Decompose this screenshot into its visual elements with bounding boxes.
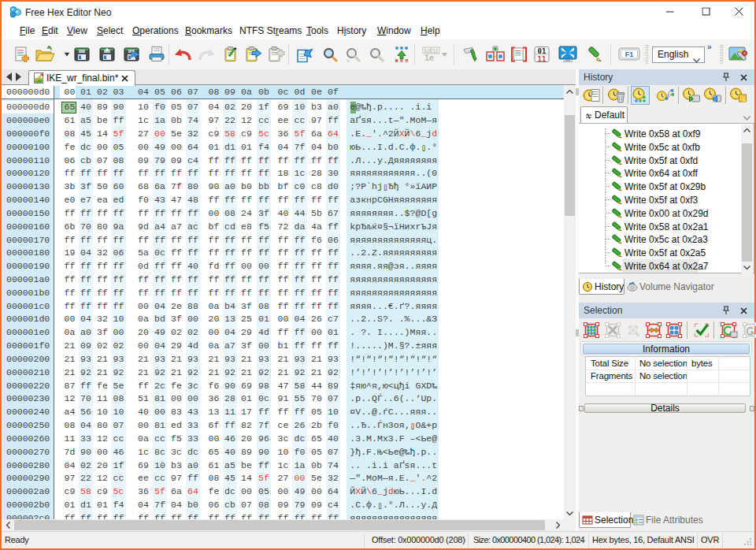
hex-byte[interactable]: ed	[171, 420, 182, 430]
ascii-char[interactable]: я	[377, 168, 383, 178]
hex-byte[interactable]: ff	[311, 195, 322, 205]
hex-byte[interactable]: ff	[328, 195, 339, 205]
ascii-char[interactable]: .	[410, 340, 416, 351]
hex-byte[interactable]: 70	[80, 221, 91, 232]
ascii-char[interactable]: я	[415, 407, 421, 417]
hex-byte[interactable]: 90	[258, 447, 269, 457]
ascii-char[interactable]: ’	[432, 367, 437, 377]
hex-byte[interactable]: 09	[171, 155, 182, 165]
hex-byte[interactable]: ff	[295, 195, 306, 205]
hex-byte[interactable]: 12	[97, 433, 108, 444]
hex-byte[interactable]: ff	[311, 274, 322, 284]
hex-byte[interactable]: 01	[258, 314, 269, 324]
hex-byte[interactable]: 08	[65, 420, 76, 430]
hex-byte[interactable]: 19	[65, 247, 76, 258]
hex-byte[interactable]: 0a	[209, 301, 220, 311]
hex-byte[interactable]: 92	[295, 367, 306, 377]
hex-byte[interactable]: fe	[65, 142, 76, 152]
ascii-char[interactable]: Ъ	[421, 221, 426, 232]
hex-byte[interactable]: 04	[278, 142, 289, 152]
hex-byte[interactable]: ff	[113, 168, 124, 178]
ascii-char[interactable]: !	[415, 354, 421, 364]
hex-byte[interactable]: ff	[113, 115, 124, 125]
ascii-char[interactable]: 3	[355, 433, 361, 444]
hex-byte[interactable]: 21	[241, 367, 252, 377]
hex-byte[interactable]: 1c	[278, 460, 289, 470]
save-as-button[interactable]: *	[96, 43, 118, 65]
menu-window[interactable]: Window	[373, 24, 415, 38]
hex-byte[interactable]: 65	[311, 433, 322, 444]
hex-byte[interactable]: c9	[241, 128, 252, 139]
ascii-char[interactable]: ‡	[350, 381, 355, 391]
ascii-char[interactable]: <	[383, 447, 388, 457]
ascii-char[interactable]: @	[399, 447, 405, 457]
hex-byte[interactable]: 00	[138, 340, 149, 351]
hex-byte[interactable]: ff	[80, 381, 91, 391]
ascii-char[interactable]: .	[426, 500, 432, 510]
ascii-char[interactable]: я	[355, 235, 361, 245]
hex-byte[interactable]: 6a	[311, 128, 322, 139]
hex-byte[interactable]: 10	[328, 407, 339, 417]
ascii-char[interactable]: ^	[366, 381, 372, 391]
ascii-char[interactable]: я	[410, 155, 416, 165]
hex-byte[interactable]: ff	[278, 513, 289, 519]
ascii-char[interactable]: E	[399, 473, 405, 483]
hex-byte[interactable]: 29	[171, 340, 182, 351]
ascii-char[interactable]	[405, 102, 410, 112]
ascii-char[interactable]: я	[399, 274, 405, 284]
hex-byte[interactable]: bb	[258, 181, 269, 191]
hex-byte[interactable]: ff	[278, 407, 289, 417]
ascii-char[interactable]: я	[426, 274, 432, 284]
hex-byte[interactable]: 04	[80, 314, 91, 324]
ascii-char[interactable]: €	[388, 301, 394, 311]
hex-byte[interactable]: ff	[224, 513, 235, 519]
selection-invert-button[interactable]	[665, 321, 684, 340]
ascii-char[interactable]: Ђ	[361, 420, 366, 430]
hex-byte[interactable]: 05	[113, 142, 124, 152]
ascii-char[interactable]: х	[410, 221, 416, 232]
ascii-char[interactable]: .	[350, 393, 355, 403]
hex-byte[interactable]: ff	[224, 235, 235, 245]
ascii-char[interactable]: я	[432, 247, 437, 258]
hex-byte[interactable]: b4	[224, 301, 235, 311]
tab-file-attributes[interactable]: File Attributes	[631, 512, 717, 528]
ascii-char[interactable]: ’	[410, 367, 416, 377]
hex-byte[interactable]: ed	[113, 195, 124, 205]
ascii-char[interactable]: я	[421, 327, 426, 337]
ascii-char[interactable]: я	[399, 261, 405, 271]
ascii-char[interactable]: !	[426, 354, 432, 364]
ascii-char[interactable]: я	[399, 235, 405, 245]
ascii-char[interactable]: X	[399, 128, 405, 139]
ascii-char[interactable]: C	[377, 195, 383, 205]
ascii-char[interactable]: 3	[388, 420, 394, 430]
hex-byte[interactable]: 04	[295, 314, 306, 324]
ascii-char[interactable]: я	[405, 155, 410, 165]
hex-byte[interactable]: 3c	[187, 381, 198, 391]
ascii-char[interactable]: я	[388, 208, 394, 218]
ascii-char[interactable]: я	[350, 168, 355, 178]
ascii-char[interactable]: ¬	[388, 221, 394, 232]
ascii-char[interactable]: я	[410, 460, 416, 470]
ascii-char[interactable]: я	[415, 327, 421, 337]
hex-byte[interactable]: 08	[258, 301, 269, 311]
ascii-char[interactable]: ¤	[350, 407, 355, 417]
hex-byte[interactable]: ff	[209, 247, 220, 258]
ascii-char[interactable]: я	[432, 288, 437, 298]
ascii-char[interactable]: .	[394, 407, 399, 417]
hex-byte[interactable]: 10	[113, 314, 124, 324]
ascii-char[interactable]: .	[394, 102, 399, 112]
hex-byte[interactable]: c7	[328, 314, 339, 324]
hex-byte[interactable]: e8	[241, 221, 252, 232]
hex-byte[interactable]: b3	[171, 460, 182, 470]
ascii-char[interactable]: .	[377, 115, 383, 125]
new-file-button[interactable]	[11, 43, 33, 65]
ascii-char[interactable]: <	[388, 381, 394, 391]
ascii-char[interactable]: .	[372, 500, 377, 510]
ascii-char[interactable]: Q	[372, 393, 377, 403]
hex-byte[interactable]: ff	[295, 247, 306, 258]
hex-byte[interactable]: 04	[171, 500, 182, 510]
hex-byte[interactable]: 32	[328, 473, 339, 483]
ascii-char[interactable]: .	[426, 447, 432, 457]
ascii-char[interactable]: .	[366, 314, 372, 324]
minimize-button[interactable]	[652, 2, 688, 22]
